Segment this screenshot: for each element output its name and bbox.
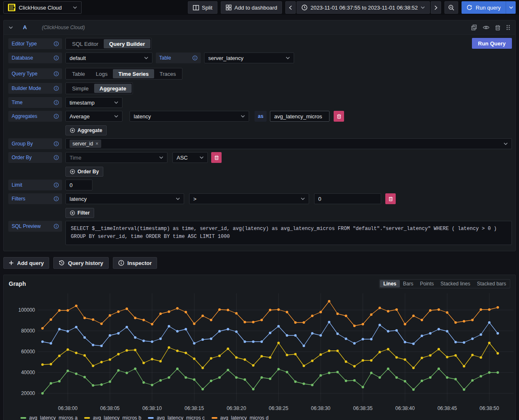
clock-icon <box>302 5 307 10</box>
info-icon[interactable] <box>54 141 59 146</box>
svg-text:80000: 80000 <box>21 328 35 334</box>
dashboard-grid-icon <box>226 5 232 10</box>
svg-text:06:38:35: 06:38:35 <box>353 405 373 411</box>
split-icon <box>193 5 199 10</box>
remove-filter-button[interactable] <box>385 193 396 204</box>
table-select[interactable]: server_latency <box>204 52 294 63</box>
aggregate-column-select[interactable]: latency <box>130 111 249 122</box>
split-button[interactable]: Split <box>188 1 217 14</box>
editor-type-toggle: SQL Editor Query Builder <box>65 38 152 50</box>
graph-style-stacked-bars[interactable]: Stacked bars <box>474 280 509 288</box>
table-label: Table <box>156 52 201 63</box>
group-by-multiselect[interactable]: server_id × <box>65 138 512 149</box>
svg-text:06:38:05: 06:38:05 <box>100 405 120 411</box>
order-by-column-select[interactable]: Time <box>65 152 167 163</box>
time-forward-button[interactable] <box>431 1 441 14</box>
as-badge: as <box>255 111 267 122</box>
legend-item[interactable]: avg_latency_micros b <box>84 415 141 420</box>
info-icon[interactable] <box>54 182 59 188</box>
database-select[interactable]: default <box>65 52 152 63</box>
svg-text:06:38:45: 06:38:45 <box>437 405 457 411</box>
editor-type-option-query-builder[interactable]: Query Builder <box>104 39 150 48</box>
run-query-button[interactable]: Run query <box>462 1 506 14</box>
info-icon[interactable] <box>54 86 59 91</box>
builder-mode-option-aggregate[interactable]: Aggregate <box>94 84 132 93</box>
time-back-button[interactable] <box>285 1 296 14</box>
info-icon[interactable] <box>54 41 59 46</box>
remove-query-trash-icon[interactable] <box>495 25 500 30</box>
add-filter-button[interactable]: Filter <box>65 208 94 218</box>
hide-query-eye-icon[interactable] <box>483 25 489 30</box>
query-row-header[interactable]: A (ClickHouse Cloud) <box>4 20 515 35</box>
chevron-down-icon <box>241 115 245 118</box>
svg-text:60000: 60000 <box>21 349 35 355</box>
remove-tag-icon[interactable]: × <box>95 141 98 147</box>
query-type-option-table[interactable]: Table <box>67 69 90 78</box>
add-order-by-button[interactable]: Order By <box>65 167 103 177</box>
filter-value-input[interactable] <box>314 193 381 204</box>
graph-style-stacked-lines[interactable]: Stacked lines <box>437 280 474 288</box>
info-icon[interactable] <box>54 71 59 76</box>
aggregate-function-select[interactable]: Average <box>65 111 122 122</box>
info-icon[interactable] <box>54 114 59 119</box>
add-query-button[interactable]: Add query <box>3 257 49 269</box>
order-by-direction-select[interactable]: ASC <box>172 152 208 163</box>
filter-operator-select[interactable]: > <box>189 193 309 204</box>
run-query-editor-button[interactable]: Run Query <box>472 38 512 49</box>
chevron-down-icon <box>301 198 305 200</box>
run-query-dropdown-button[interactable] <box>506 1 516 14</box>
chevron-down-icon <box>176 198 180 200</box>
info-circle-icon <box>118 260 124 266</box>
query-editor-panel: A (ClickHouse Cloud) Run Query Editor Ty… <box>3 20 516 251</box>
add-to-dashboard-button[interactable]: Add to dashboard <box>221 1 282 14</box>
info-icon[interactable] <box>54 155 59 160</box>
sync-icon <box>467 5 472 10</box>
collapse-chevron-icon[interactable] <box>9 26 13 29</box>
time-range-button[interactable]: 2023-11-01 06:37:55 to 2023-11-01 06:38:… <box>297 1 430 14</box>
builder-mode-option-simple[interactable]: Simple <box>67 84 94 93</box>
run-query-split-button: Run query <box>462 1 516 14</box>
info-icon[interactable] <box>54 196 59 201</box>
graph-style-points[interactable]: Points <box>417 280 437 288</box>
legend-item[interactable]: avg_latency_micros a <box>20 415 77 420</box>
query-type-option-time-series[interactable]: Time Series <box>113 69 154 78</box>
trash-icon <box>389 196 393 201</box>
builder-mode-label: Builder Mode <box>8 83 62 94</box>
editor-type-option-sql-editor[interactable]: SQL Editor <box>67 39 104 48</box>
time-series-chart[interactable]: 2000040000600008000010000006:38:0006:38:… <box>4 290 515 414</box>
aggregates-label: Aggregates <box>8 111 62 122</box>
filter-column-select[interactable]: latency <box>65 193 184 204</box>
query-type-option-traces[interactable]: Traces <box>154 69 181 78</box>
zoom-out-time-button[interactable] <box>444 1 458 14</box>
graph-style-bars[interactable]: Bars <box>400 280 417 288</box>
graph-style-lines[interactable]: Lines <box>380 280 399 288</box>
query-history-button[interactable]: Query history <box>53 257 109 269</box>
chevron-down-icon <box>114 115 118 118</box>
remove-order-by-button[interactable] <box>211 152 222 163</box>
time-column-label: Time <box>8 97 62 108</box>
info-icon[interactable] <box>192 55 197 60</box>
chevron-down-icon <box>200 156 204 159</box>
info-icon[interactable] <box>54 224 59 229</box>
plus-circle-icon <box>70 128 75 133</box>
legend-item[interactable]: avg_latency_micros d <box>212 415 269 420</box>
info-icon[interactable] <box>54 100 59 105</box>
time-column-select[interactable]: timestamp <box>65 97 122 108</box>
group-by-tag-server-id: server_id × <box>70 140 101 148</box>
datasource-picker[interactable]: ClickHouse Cloud <box>3 1 82 14</box>
remove-aggregate-button[interactable] <box>334 111 344 122</box>
legend-series-name: avg_latency_micros a <box>29 415 77 420</box>
datasource-hint: (ClickHouse Cloud) <box>42 25 85 30</box>
aggregate-alias-input[interactable] <box>270 111 329 122</box>
editor-type-label: Editor Type <box>8 38 62 49</box>
query-type-option-logs[interactable]: Logs <box>90 69 113 78</box>
add-aggregate-button[interactable]: Aggregate <box>65 125 107 135</box>
chevron-down-icon <box>509 6 513 9</box>
trash-icon <box>337 114 341 119</box>
drag-handle-icon[interactable] <box>506 25 510 30</box>
legend-item[interactable]: avg_latency_micros c <box>148 415 205 420</box>
limit-input[interactable] <box>65 180 92 190</box>
info-icon[interactable] <box>54 55 59 60</box>
inspector-button[interactable]: Inspector <box>113 257 157 269</box>
duplicate-query-icon[interactable] <box>471 25 477 30</box>
